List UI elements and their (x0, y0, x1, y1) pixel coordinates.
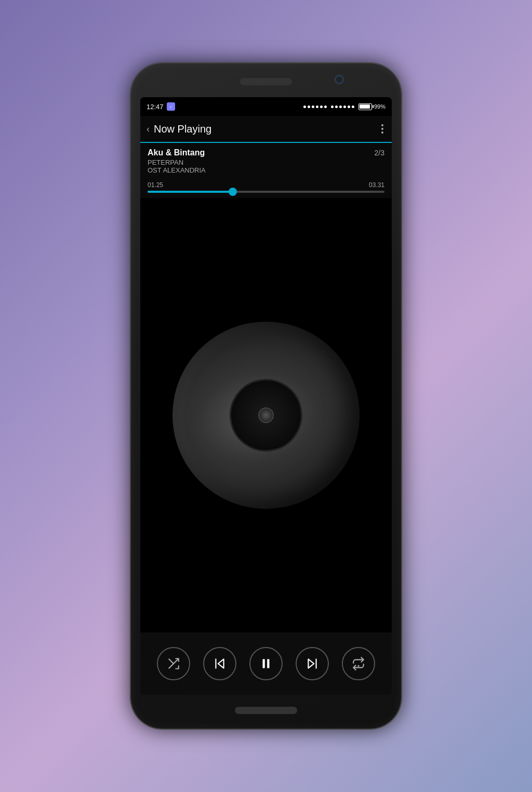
screen: 12:47 ♪ (140, 97, 392, 695)
app-bar: ‹ Now Playing (140, 116, 392, 143)
signal-dot (331, 105, 334, 108)
progress-container: 01.25 03.31 (140, 177, 392, 198)
battery-container: 99% (358, 103, 385, 110)
signal-dot (308, 105, 310, 108)
svg-point-2 (357, 665, 359, 667)
progress-fill (148, 191, 233, 193)
track-artist: PETERPAN (148, 159, 384, 166)
pause-icon (259, 657, 273, 670)
menu-button[interactable] (379, 122, 385, 136)
signal-dot (320, 105, 323, 108)
progress-bar[interactable] (148, 191, 384, 193)
track-info: Aku & Bintang 2/3 PETERPAN OST ALEXANDRI… (140, 143, 392, 177)
speaker-bottom (235, 707, 297, 714)
track-album: OST ALEXANDRIA (148, 166, 384, 174)
album-art-area (140, 198, 392, 632)
menu-dot (381, 128, 383, 130)
menu-dot (381, 124, 383, 126)
next-button[interactable] (296, 647, 329, 680)
repeat-button[interactable] (342, 647, 375, 680)
phone-device: 12:47 ♪ (131, 63, 401, 729)
vinyl-center (257, 406, 275, 425)
battery-percent-label: 99% (374, 103, 385, 110)
signal-dot (303, 105, 306, 108)
previous-button[interactable] (203, 647, 236, 680)
vinyl-inner (224, 373, 308, 457)
svg-rect-1 (267, 659, 269, 668)
repeat-icon (352, 657, 365, 670)
previous-icon (213, 657, 227, 670)
signal-dot (352, 105, 354, 108)
signal-dot (335, 105, 338, 108)
battery-fill (360, 104, 370, 109)
page-title: Now Playing (154, 123, 379, 135)
vinyl-outer (157, 307, 374, 523)
total-time-label: 03.31 (369, 181, 384, 189)
back-button[interactable]: ‹ (147, 124, 150, 135)
signal-dot (348, 105, 350, 108)
current-time-label: 01.25 (148, 181, 163, 189)
vinyl-disc (172, 322, 360, 509)
status-bar: 12:47 ♪ (140, 97, 392, 116)
status-time-label: 12:47 (147, 103, 164, 111)
svg-rect-0 (262, 659, 264, 668)
progress-times: 01.25 03.31 (148, 181, 384, 189)
controls-bar (140, 632, 392, 695)
pause-button[interactable] (249, 647, 283, 680)
track-title-row: Aku & Bintang 2/3 (148, 148, 384, 157)
track-counter: 2/3 (375, 149, 384, 157)
shuffle-icon (167, 657, 180, 670)
signal-left (303, 105, 327, 108)
status-right-group: 99% (303, 103, 385, 110)
camera (335, 75, 344, 84)
battery-icon (358, 103, 372, 110)
music-app-icon: ♪ (167, 102, 175, 111)
signal-dot (312, 105, 314, 108)
shuffle-button[interactable] (157, 647, 190, 680)
track-title: Aku & Bintang (148, 148, 205, 157)
signal-dot (316, 105, 318, 108)
next-icon (305, 657, 319, 670)
speaker-top (240, 78, 292, 85)
signal-dot (339, 105, 342, 108)
signal-right (331, 105, 354, 108)
signal-dot (324, 105, 327, 108)
menu-dot (381, 131, 383, 134)
status-time-group: 12:47 ♪ (147, 102, 175, 111)
progress-thumb[interactable] (229, 188, 237, 196)
signal-dot (343, 105, 346, 108)
